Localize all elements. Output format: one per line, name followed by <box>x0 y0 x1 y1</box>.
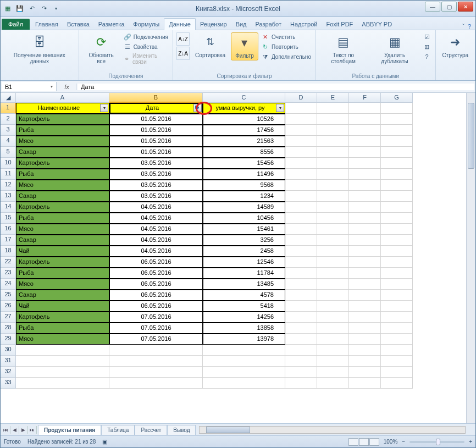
clear-filter-item[interactable]: ✕Очистить <box>261 32 312 41</box>
cell-date[interactable]: 04.05.2016 <box>109 246 203 257</box>
column-header-G[interactable]: G <box>381 93 413 103</box>
remove-duplicates-button[interactable]: ▦ Удалить дубликаты <box>369 32 419 65</box>
qat-dropdown-icon[interactable]: ▾ <box>51 4 61 14</box>
row-header-28[interactable]: 28 <box>1 323 16 334</box>
cell-name[interactable]: Мясо <box>16 136 109 147</box>
cell-value[interactable]: 21563 <box>203 136 285 147</box>
reapply-filter-item[interactable]: ↻Повторить <box>261 42 312 51</box>
zoom-slider[interactable] <box>409 441 464 443</box>
cell-date[interactable]: 06.05.2016 <box>109 279 203 290</box>
ribbon-tab-рецензир[interactable]: Рецензир <box>196 19 231 30</box>
row-header-13[interactable]: 13 <box>1 191 16 202</box>
outline-button[interactable]: ➜ Структура <box>439 32 472 59</box>
cell-date[interactable]: 01.05.2016 <box>109 125 203 136</box>
consolidate-icon[interactable]: ⊞ <box>422 42 432 51</box>
row-header-33[interactable]: 33 <box>1 378 16 389</box>
sort-desc-icon[interactable]: Z↓A <box>176 47 190 60</box>
cell-name[interactable]: Рыба <box>16 323 109 334</box>
cell-date[interactable]: 06.05.2016 <box>109 257 203 268</box>
get-external-data-button[interactable]: 🗄 Получение внешних данных <box>4 32 75 65</box>
help-icon[interactable]: ? <box>468 23 471 30</box>
cell-value[interactable]: 9568 <box>203 180 285 191</box>
row-header-1[interactable]: 1 <box>1 103 16 114</box>
advanced-filter-item[interactable]: ⧩Дополнительно <box>261 52 312 61</box>
undo-icon[interactable]: ↶ <box>27 4 37 14</box>
row-header-18[interactable]: 18 <box>1 246 16 257</box>
filter-button[interactable]: ▾ Фильтр <box>231 32 258 60</box>
minimize-ribbon-icon[interactable]: ˇ <box>462 23 464 30</box>
cell-date[interactable]: 01.05.2016 <box>109 114 203 125</box>
ribbon-tab-формулы[interactable]: Формулы <box>129 19 164 30</box>
vertical-scrollbar[interactable] <box>466 93 475 423</box>
row-header-3[interactable]: 3 <box>1 125 16 136</box>
whatif-icon[interactable]: ? <box>422 52 432 61</box>
cell-value[interactable]: 4578 <box>203 290 285 301</box>
cell-value[interactable]: 11496 <box>203 169 285 180</box>
column-header-A[interactable]: A <box>16 93 109 103</box>
ribbon-tab-разработ[interactable]: Разработ <box>251 19 286 30</box>
sort-button[interactable]: ⇅ Сортировка <box>192 32 229 59</box>
cell-value[interactable]: 5418 <box>203 301 285 312</box>
name-box[interactable]: B1 ▾ <box>2 82 57 91</box>
column-header-E[interactable]: E <box>317 93 349 103</box>
cell-date[interactable]: 06.05.2016 <box>109 268 203 279</box>
data-validation-icon[interactable]: ☑ <box>422 32 432 41</box>
sheet-tab[interactable]: Вывод <box>167 425 196 435</box>
cell-value[interactable]: 11784 <box>203 268 285 279</box>
scrollbar-thumb[interactable] <box>468 103 474 169</box>
row-header-10[interactable]: 10 <box>1 158 16 169</box>
refresh-all-button[interactable]: ⟳ Обновить все <box>82 32 120 65</box>
normal-view-icon[interactable] <box>348 438 358 446</box>
zoom-level[interactable]: 100% <box>384 439 398 445</box>
ribbon-tab-foxit pdf[interactable]: Foxit PDF <box>322 19 357 30</box>
filter-dropdown-b[interactable]: ▾ <box>193 104 202 112</box>
edit-links-item[interactable]: ⚭Изменить связи <box>123 52 169 65</box>
cell-value[interactable]: 10526 <box>203 114 285 125</box>
cell-name[interactable]: Чай <box>16 301 109 312</box>
cell-date[interactable]: 01.05.2016 <box>109 136 203 147</box>
ribbon-tab-вставка[interactable]: Вставка <box>63 19 94 30</box>
cell-name[interactable]: Сахар <box>16 290 109 301</box>
sheet-tab[interactable]: Продукты питания <box>38 425 101 435</box>
select-all-corner[interactable]: ◢ <box>1 93 16 103</box>
row-header-26[interactable]: 26 <box>1 301 16 312</box>
save-icon[interactable]: 💾 <box>15 4 25 14</box>
horizontal-scrollbar[interactable] <box>199 426 466 434</box>
sort-asc-icon[interactable]: A↓Z <box>176 32 190 46</box>
cell-name[interactable]: Рыба <box>16 169 109 180</box>
cell-date[interactable]: 04.05.2016 <box>109 235 203 246</box>
column-header-B[interactable]: B <box>109 93 203 103</box>
cell-value[interactable]: 13978 <box>203 334 285 345</box>
page-layout-view-icon[interactable] <box>359 438 369 446</box>
cell-value[interactable]: 1234 <box>203 191 285 202</box>
cell-date[interactable]: 04.05.2016 <box>109 224 203 235</box>
ribbon-tab-вид[interactable]: Вид <box>231 19 251 30</box>
ribbon-tab-abbyy pd[interactable]: ABBYY PD <box>357 19 396 30</box>
cell-value[interactable]: 14589 <box>203 202 285 213</box>
zoom-in-icon[interactable]: + <box>469 439 472 445</box>
cell-name[interactable]: Сахар <box>16 235 109 246</box>
page-break-view-icon[interactable] <box>369 438 379 446</box>
row-header-27[interactable]: 27 <box>1 312 16 323</box>
cell-date[interactable]: 04.05.2016 <box>109 202 203 213</box>
filter-dropdown-a[interactable]: ▾ <box>100 104 108 112</box>
cell-date[interactable]: 03.05.2016 <box>109 180 203 191</box>
ribbon-tab-разметка[interactable]: Разметка <box>94 19 129 30</box>
name-box-dropdown-icon[interactable]: ▾ <box>51 84 53 89</box>
tab-next-icon[interactable]: ▶ <box>19 426 28 434</box>
cell-value[interactable]: 15456 <box>203 158 285 169</box>
tab-last-icon[interactable]: ⏭ <box>28 426 37 434</box>
header-cell-c[interactable]: умма выручки, ру▾ <box>203 103 285 114</box>
cell-name[interactable]: Мясо <box>16 224 109 235</box>
redo-icon[interactable]: ↷ <box>39 4 49 14</box>
row-header-25[interactable]: 25 <box>1 290 16 301</box>
filter-dropdown-c[interactable]: ▾ <box>276 104 284 112</box>
maximize-button[interactable]: ▢ <box>441 2 457 12</box>
cell-date[interactable]: 07.05.2016 <box>109 334 203 345</box>
cell-date[interactable]: 06.05.2016 <box>109 290 203 301</box>
cell-name[interactable]: Картофель <box>16 312 109 323</box>
text-to-columns-button[interactable]: ▤ Текст по столбцам <box>319 32 368 65</box>
column-header-F[interactable]: F <box>349 93 381 103</box>
header-cell-a[interactable]: Наименование▾ <box>16 103 109 114</box>
row-header-5[interactable]: 5 <box>1 147 16 158</box>
